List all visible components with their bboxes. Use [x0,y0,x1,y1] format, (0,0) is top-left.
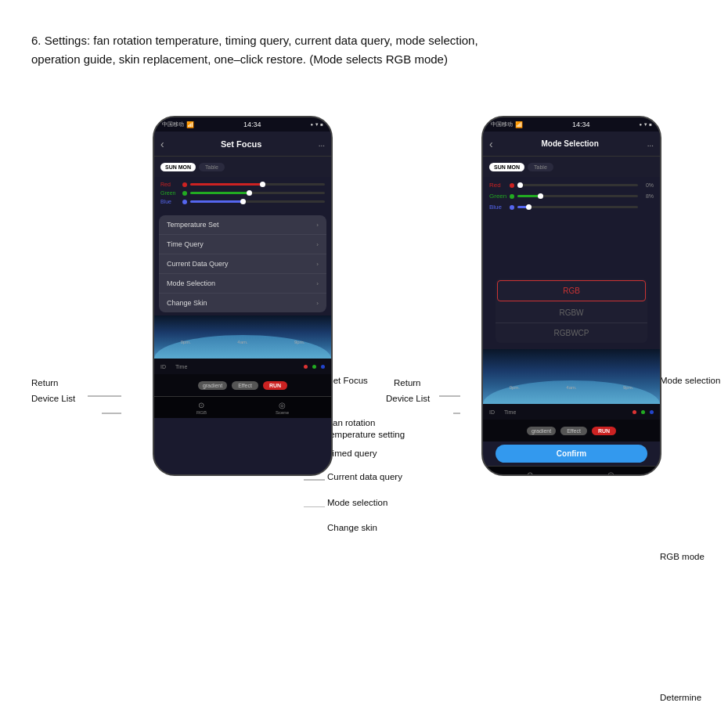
left-slider-green-thumb[interactable] [247,190,252,196]
left-btn-gradient[interactable]: gradient [198,381,227,390]
right-status-bar: 中国移动 📶 14:34 ● ▼ ■ [483,117,660,132]
right-mode-rgbw[interactable]: RGBW [496,303,647,323]
left-nav-scene-label: Scene [276,410,289,415]
left-time-9pm: 9pm. [294,340,305,344]
left-set-focus-label: Set Focus [327,376,368,385]
right-btn-run[interactable]: RUN [592,427,616,435]
left-tab-sunmon[interactable]: SUN MON [160,163,196,171]
left-current-data-label: Current data query [327,472,402,481]
right-scene-icon: ◎ [607,470,614,477]
right-dot-blue [650,410,654,414]
left-earth-curve [154,335,331,359]
right-mode-rgb[interactable]: RGB [497,280,646,301]
left-menu-temperature-text: Temperature Set [167,221,219,229]
left-status-icons: ● ▼ ■ [310,122,323,127]
right-btn-effect[interactable]: Effect [560,427,587,435]
right-nav-dots[interactable]: ... [647,139,654,148]
left-menu-currentdata[interactable]: Current Data Query › [159,254,326,274]
right-slider-blue-track[interactable] [517,206,638,208]
right-slider-green-thumb[interactable] [538,193,543,199]
left-nav-scene[interactable]: ◎ Scene [276,401,289,415]
right-btn-gradient[interactable]: gradient [527,427,556,435]
right-nav-bar: ‹ Mode Selection ... [483,132,660,157]
right-slider-green-track[interactable] [517,195,638,197]
right-graph-area: 0pm. 4am. 9pm. [483,349,660,404]
left-menu-timequery-text: Time Query [167,240,204,248]
right-rgb-mode-label: RGB mode [660,552,705,561]
left-menu-temperature[interactable]: Temperature Set › [159,215,326,235]
left-slider-red-thumb[interactable] [260,182,265,187]
left-slider-green-track[interactable] [190,192,325,194]
left-mode-selection-label: Mode selection [327,498,387,507]
right-slider-green-value: 8% [641,193,654,199]
left-time: 14:34 [243,121,261,128]
left-time-4am: 4am. [237,340,247,344]
right-nav-rgb[interactable]: ⊙ RGB [525,470,535,477]
left-color-dots [304,365,325,369]
left-menu-currentdata-text: Current Data Query [167,260,229,268]
right-dot-green [641,410,645,414]
left-slider-blue-thumb[interactable] [240,199,246,204]
left-slider-green-fill [190,192,250,194]
left-slider-green-label: Green [160,190,179,196]
left-rgb-icon: ⊙ [198,401,204,409]
right-slider-red-thumb[interactable] [517,182,523,188]
right-slider-blue-label: Blue [489,204,506,211]
right-slider-green-label: Green [489,193,506,200]
left-tab-table[interactable]: Table [199,163,225,171]
right-mode-rgbwcp[interactable]: RGBWCP [496,323,647,343]
right-slider-red-track[interactable] [517,184,638,186]
left-back-button[interactable]: ‹ [160,138,164,150]
left-menu-changeskin[interactable]: Change Skin › [159,294,326,312]
right-bottom-table: ID Time [483,404,660,420]
left-nav-rgb-label: RGB [196,410,207,415]
left-dot-red [304,365,308,369]
right-determine-label: Determine [660,693,701,702]
left-menu-modeselection[interactable]: Mode Selection › [159,274,326,294]
right-slider-red-value: 0% [641,182,654,188]
left-carrier: 中国移动 [162,121,184,128]
left-menu-timequery[interactable]: Time Query › [159,235,326,254]
right-slider-blue-dot [510,205,514,210]
left-menu-currentdata-chevron: › [316,261,319,268]
right-bottom-nav: ⊙ RGB ◎ Scene [483,466,660,476]
right-nav-scene[interactable]: ◎ Scene [604,470,618,477]
left-nav-title: Set Focus [221,139,262,149]
left-slider-blue-fill [190,200,244,203]
right-back-button[interactable]: ‹ [489,138,493,150]
left-slider-red-track[interactable] [190,183,325,186]
right-nav-title: Mode Selection [541,139,598,148]
left-id-label: ID [160,364,166,369]
left-device-list-label: Device List [31,394,75,403]
left-status-bar: 中国移动 📶 14:34 ● ▼ ■ [154,117,331,132]
left-menu-changeskin-chevron: › [316,300,319,307]
left-earth-bg: 0pm. 4am. 9pm. [154,315,331,359]
left-tabs-row: SUN MON Table [154,157,331,177]
left-settings-menu: Temperature Set › Time Query › Current D… [159,215,326,312]
right-carrier: 中国移动 [491,121,513,128]
description-block: 6. Settings: fan rotation temperature, t… [31,31,697,69]
right-slider-green: Green 8% [489,193,654,200]
left-nav-rgb[interactable]: ⊙ RGB [196,401,207,415]
left-btn-effect[interactable]: Effect [232,381,258,390]
right-status-icons: ● ▼ ■ [639,122,652,127]
left-slider-green-dot [182,191,187,196]
right-slider-green-dot [510,194,514,199]
right-slider-blue-thumb[interactable] [526,204,532,210]
right-tab-table[interactable]: Table [528,163,553,171]
right-confirm-button[interactable]: Confirm [496,445,647,463]
right-tabs-row: SUN MON Table [483,157,660,177]
left-menu-temperature-chevron: › [316,222,319,229]
right-tab-sunmon[interactable]: SUN MON [489,163,524,171]
right-mode-selection-label: Mode selection [660,376,720,385]
left-time-label: Time [175,364,187,369]
left-slider-blue-dot [182,200,187,204]
left-slider-blue-track[interactable] [190,200,325,203]
left-slider-blue: Blue [160,199,325,204]
left-return-label: Return [31,378,59,387]
diagram-area: Return Device List Set Focus Fan rotatio… [31,116,697,476]
right-mode-options: RGB RGBW RGBWCP [496,279,647,343]
left-nav-bar: ‹ Set Focus ... [154,132,331,157]
left-btn-run[interactable]: RUN [263,381,287,390]
left-nav-dots[interactable]: ... [319,139,325,148]
